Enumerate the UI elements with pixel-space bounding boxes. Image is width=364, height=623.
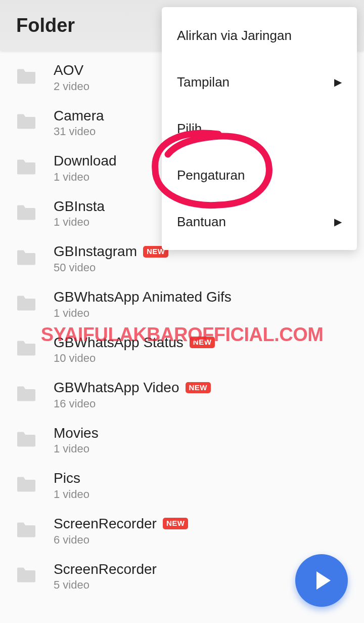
folder-name: ScreenRecorder bbox=[54, 561, 157, 578]
folder-icon bbox=[15, 203, 37, 224]
folder-icon bbox=[15, 294, 37, 314]
folder-count: 1 video bbox=[54, 307, 232, 320]
folder-item-text: AOV 2 video bbox=[54, 62, 89, 93]
folder-item-gbwhatsapp-animated-gifs[interactable]: GBWhatsApp Animated Gifs 1 video bbox=[0, 281, 364, 327]
menu-item-label: Bantuan bbox=[177, 214, 226, 230]
folder-count: 16 video bbox=[54, 397, 211, 410]
menu-item-label: Tampilan bbox=[177, 74, 230, 90]
folder-count: 2 video bbox=[54, 80, 89, 93]
folder-item-text: Download 1 video bbox=[54, 152, 117, 184]
folder-item-pics[interactable]: Pics 1 video bbox=[0, 463, 364, 508]
folder-icon bbox=[15, 67, 37, 88]
folder-count: 5 video bbox=[54, 578, 157, 592]
menu-item-label: Pengaturan bbox=[177, 168, 245, 183]
menu-item-settings[interactable]: Pengaturan bbox=[162, 152, 357, 198]
folder-icon bbox=[15, 566, 37, 586]
folder-icon bbox=[15, 385, 37, 405]
folder-count: 1 video bbox=[54, 171, 117, 184]
folder-item-text: Pics 1 video bbox=[54, 470, 89, 501]
folder-item-gbwhatsapp-video[interactable]: GBWhatsApp Video NEW 16 video bbox=[0, 372, 364, 418]
folder-icon bbox=[15, 158, 37, 178]
folder-icon bbox=[15, 475, 37, 495]
menu-item-label: Alirkan via Jaringan bbox=[177, 28, 292, 44]
play-fab[interactable] bbox=[295, 554, 348, 607]
folder-name: AOV bbox=[54, 62, 83, 79]
folder-name: Download bbox=[54, 152, 117, 170]
folder-icon bbox=[15, 521, 37, 541]
folder-item-text: ScreenRecorder 5 video bbox=[54, 561, 157, 592]
folder-name: GBWhatsApp Animated Gifs bbox=[54, 288, 232, 306]
new-badge: NEW bbox=[190, 337, 215, 348]
folder-name: Movies bbox=[54, 425, 99, 442]
folder-icon bbox=[15, 248, 37, 269]
folder-item-text: GBWhatsApp Animated Gifs 1 video bbox=[54, 288, 232, 320]
folder-count: 1 video bbox=[54, 488, 89, 501]
menu-item-view[interactable]: Tampilan ▶ bbox=[162, 59, 357, 105]
overflow-menu: Alirkan via Jaringan Tampilan ▶ Pilih Pe… bbox=[162, 7, 357, 250]
chevron-right-icon: ▶ bbox=[334, 76, 342, 88]
folder-icon bbox=[15, 112, 37, 133]
folder-count: 10 video bbox=[54, 352, 215, 365]
folder-name: Camera bbox=[54, 107, 104, 124]
chevron-right-icon: ▶ bbox=[334, 216, 342, 228]
folder-item-movies[interactable]: Movies 1 video bbox=[0, 418, 364, 463]
folder-name: GBWhatsApp Status bbox=[54, 334, 184, 351]
folder-icon bbox=[15, 430, 37, 450]
menu-item-select[interactable]: Pilih bbox=[162, 105, 357, 152]
folder-item-text: GBInstagram NEW 50 video bbox=[54, 243, 168, 274]
page-title: Folder bbox=[16, 15, 75, 36]
menu-item-help[interactable]: Bantuan ▶ bbox=[162, 198, 357, 245]
folder-name: Pics bbox=[54, 470, 80, 487]
menu-item-stream[interactable]: Alirkan via Jaringan bbox=[162, 12, 357, 59]
folder-item-screenrecorder-1[interactable]: ScreenRecorder NEW 6 video bbox=[0, 508, 364, 554]
folder-item-gbwhatsapp-status[interactable]: GBWhatsApp Status NEW 10 video bbox=[0, 327, 364, 372]
folder-name: ScreenRecorder bbox=[54, 515, 157, 532]
folder-count: 50 video bbox=[54, 261, 168, 274]
folder-item-text: ScreenRecorder NEW 6 video bbox=[54, 515, 188, 547]
folder-item-text: Movies 1 video bbox=[54, 425, 99, 456]
folder-name: GBInstagram bbox=[54, 243, 137, 260]
folder-item-text: GBWhatsApp Status NEW 10 video bbox=[54, 334, 215, 365]
folder-item-text: GBInsta 1 video bbox=[54, 198, 105, 229]
folder-count: 31 video bbox=[54, 125, 104, 138]
new-badge: NEW bbox=[163, 518, 189, 529]
folder-item-text: Camera 31 video bbox=[54, 107, 104, 139]
menu-item-label: Pilih bbox=[177, 121, 202, 137]
folder-name: GBInsta bbox=[54, 198, 105, 215]
folder-count: 6 video bbox=[54, 533, 188, 547]
folder-icon bbox=[15, 339, 37, 359]
folder-count: 1 video bbox=[54, 442, 99, 455]
folder-count: 1 video bbox=[54, 216, 105, 229]
play-icon bbox=[316, 571, 331, 590]
folder-name: GBWhatsApp Video bbox=[54, 379, 179, 396]
new-badge: NEW bbox=[186, 382, 211, 394]
folder-item-text: GBWhatsApp Video NEW 16 video bbox=[54, 379, 211, 410]
